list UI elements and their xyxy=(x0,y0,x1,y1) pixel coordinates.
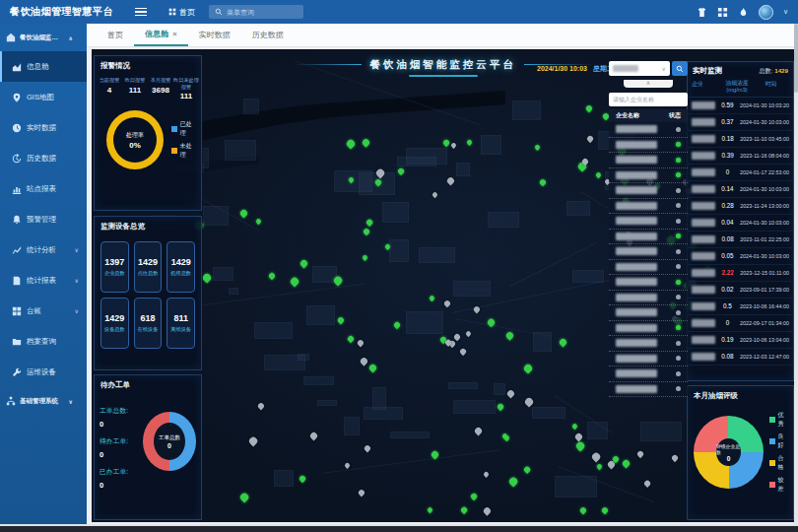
map-marker-pin[interactable] xyxy=(595,171,602,178)
map-marker-pin[interactable] xyxy=(474,426,484,435)
list-item[interactable] xyxy=(609,321,688,337)
map-marker-pin[interactable] xyxy=(308,432,318,441)
region-select[interactable]: ∨ xyxy=(609,61,670,76)
map-marker-pin[interactable] xyxy=(429,295,436,302)
collapse-handle[interactable]: ∧ xyxy=(624,80,673,88)
map-marker-pin[interactable] xyxy=(585,103,594,112)
map-marker-pin[interactable] xyxy=(268,272,277,281)
map-marker-pin[interactable] xyxy=(579,506,588,515)
map-marker-pin[interactable] xyxy=(290,277,300,288)
sidebar-item-gis-map[interactable]: GIS地图 xyxy=(0,82,87,112)
table-row[interactable]: 0.592024-01-30 10:03:20 xyxy=(688,98,793,114)
map-marker-pin[interactable] xyxy=(585,135,593,143)
map-marker-pin[interactable] xyxy=(575,441,586,452)
table-row[interactable]: 0.192023-10-06 13:04:00 xyxy=(688,332,793,349)
table-row[interactable]: 0.052024-01-30 10:03:00 xyxy=(688,248,793,265)
table-row[interactable]: 0.142024-01-30 10:03:00 xyxy=(688,181,793,198)
sidebar-item-site-report[interactable]: 站点报表 xyxy=(0,173,87,204)
map-marker-pin[interactable] xyxy=(470,493,478,500)
table-row[interactable]: 0.52023-10-06 16:44:00 xyxy=(688,299,793,315)
map-marker-pin[interactable] xyxy=(347,335,355,343)
list-item[interactable] xyxy=(609,291,688,306)
map-marker-pin[interactable] xyxy=(333,276,344,287)
map-marker-pin[interactable] xyxy=(298,475,305,483)
sidebar-item-ops-device[interactable]: 运维设备 xyxy=(0,357,87,387)
map-marker-pin[interactable] xyxy=(671,454,679,462)
map-marker-pin[interactable] xyxy=(591,451,602,462)
list-item[interactable] xyxy=(609,183,688,199)
map-marker-pin[interactable] xyxy=(238,492,249,502)
map-marker-pin[interactable] xyxy=(571,423,579,431)
map-marker-pin[interactable] xyxy=(356,338,365,347)
user-avatar[interactable] xyxy=(759,5,773,20)
map-marker-pin[interactable] xyxy=(366,219,373,227)
list-item[interactable] xyxy=(609,260,688,276)
chevron-down-icon[interactable]: ∨ xyxy=(783,8,788,16)
map-marker-pin[interactable] xyxy=(299,258,309,268)
apps-icon[interactable] xyxy=(717,7,728,18)
map-marker-pin[interactable] xyxy=(497,403,504,411)
map-marker-pin[interactable] xyxy=(392,321,400,329)
map-marker-pin[interactable] xyxy=(337,316,346,325)
table-row[interactable]: 0.082023-12-03 12:47:00 xyxy=(688,349,793,366)
map-marker-pin[interactable] xyxy=(559,337,568,347)
map-marker-pin[interactable] xyxy=(523,396,534,407)
list-item[interactable] xyxy=(609,138,688,154)
map-marker-pin[interactable] xyxy=(534,144,541,151)
list-item[interactable] xyxy=(609,214,688,230)
map-marker-pin[interactable] xyxy=(363,228,371,236)
map-marker-pin[interactable] xyxy=(427,506,434,514)
table-row[interactable]: 0.022023-09-01 17:39:00 xyxy=(688,282,793,299)
map-marker-pin[interactable] xyxy=(504,331,514,341)
table-row[interactable]: 0.282023-11-24 13:00:00 xyxy=(688,198,793,215)
list-item[interactable] xyxy=(609,382,688,398)
sidebar-item-realtime-data[interactable]: 实时数据 xyxy=(0,112,87,143)
map-marker-pin[interactable] xyxy=(483,505,493,515)
map-marker-pin[interactable] xyxy=(523,465,531,473)
list-item[interactable] xyxy=(609,199,688,215)
tab-info-cabin[interactable]: 信息舱× xyxy=(134,24,188,46)
table-row[interactable]: 0.082023-11-01 22:25:00 xyxy=(688,232,793,248)
map-marker-pin[interactable] xyxy=(465,330,473,338)
table-row[interactable]: 02022-09-17 01:34:00 xyxy=(688,315,793,332)
sidebar-item-stat-report[interactable]: 统计报表∨ xyxy=(0,265,87,296)
map-marker-pin[interactable] xyxy=(256,401,265,410)
list-item[interactable] xyxy=(609,168,688,184)
sidebar-item-archive-query[interactable]: 档案查询 xyxy=(0,326,87,357)
map-marker-pin[interactable] xyxy=(622,458,632,468)
scrollbar[interactable] xyxy=(794,24,798,524)
map-marker-pin[interactable] xyxy=(483,471,490,478)
scrollbar-thumb[interactable] xyxy=(794,24,798,93)
map-marker-pin[interactable] xyxy=(539,178,548,187)
map-marker-pin[interactable] xyxy=(247,436,258,447)
list-item[interactable] xyxy=(609,244,688,260)
map-marker-pin[interactable] xyxy=(453,333,462,342)
map-marker-pin[interactable] xyxy=(238,208,248,218)
list-item[interactable] xyxy=(609,275,688,291)
table-row[interactable]: 2.222023-12-15 01:11:00 xyxy=(688,265,793,282)
map-marker-pin[interactable] xyxy=(443,299,452,308)
tab-home[interactable]: 首页 xyxy=(97,24,134,46)
tab-history[interactable]: 历史数据 xyxy=(241,24,295,46)
list-item[interactable] xyxy=(609,352,688,367)
list-item[interactable] xyxy=(609,122,688,138)
map-marker-pin[interactable] xyxy=(357,489,366,498)
theme-icon[interactable] xyxy=(697,7,707,18)
tab-realtime[interactable]: 实时数据 xyxy=(188,24,241,46)
map-marker-pin[interactable] xyxy=(601,506,610,515)
list-item[interactable] xyxy=(609,153,688,168)
map-marker-pin[interactable] xyxy=(362,254,368,261)
map-marker-pin[interactable] xyxy=(506,388,516,398)
sidebar-item-info-cabin[interactable]: 信息舱 xyxy=(0,51,87,82)
sidebar-item-alarm-management[interactable]: 预警管理 xyxy=(0,204,87,234)
search-button[interactable] xyxy=(672,61,688,76)
map-marker-pin[interactable] xyxy=(254,218,262,226)
map-marker-pin[interactable] xyxy=(574,432,584,441)
sidebar-item-ledger[interactable]: 台账∨ xyxy=(0,296,87,326)
enterprise-name-input[interactable] xyxy=(609,93,688,106)
map-marker-pin[interactable] xyxy=(643,480,651,488)
flame-icon[interactable] xyxy=(738,7,749,18)
table-row[interactable]: 0.182023-11-10 03:45:00 xyxy=(688,131,793,148)
sidebar-item-stat-analysis[interactable]: 统计分析∨ xyxy=(0,234,87,265)
map-marker-pin[interactable] xyxy=(635,450,643,458)
